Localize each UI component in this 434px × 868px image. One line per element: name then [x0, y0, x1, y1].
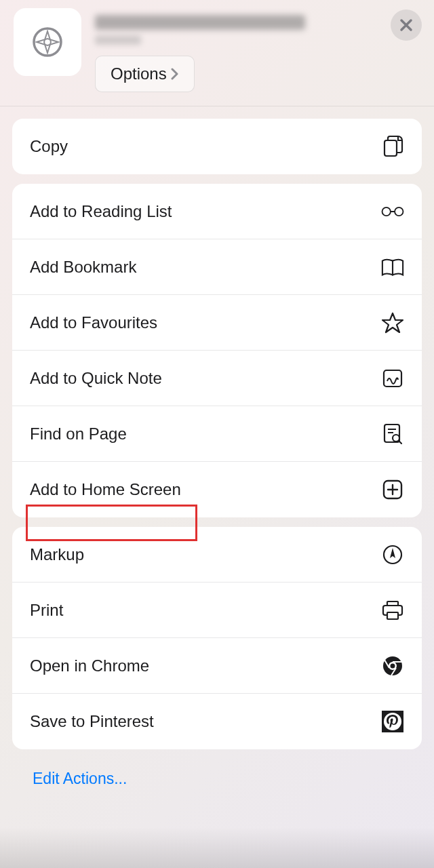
svg-point-3 [395, 207, 403, 215]
svg-point-2 [382, 207, 391, 215]
chrome-icon [381, 654, 404, 677]
star-icon [381, 311, 404, 334]
row-label: Open in Chrome [30, 658, 149, 674]
action-group-2: Add to Reading List Add Bookmark Add to … [12, 184, 422, 517]
edit-actions-button[interactable]: Edit Actions... [12, 759, 422, 799]
row-add-quick-note[interactable]: Add to Quick Note [12, 351, 422, 406]
row-save-pinterest[interactable]: Save to Pinterest [12, 694, 422, 749]
row-add-bookmark[interactable]: Add Bookmark [12, 239, 422, 295]
action-group-3: Markup Print Open in Chrome [12, 527, 422, 749]
row-add-home-screen[interactable]: Add to Home Screen [12, 462, 422, 517]
find-icon [381, 422, 404, 446]
print-icon [381, 599, 404, 622]
share-sheet-body: Copy Add to Reading List Add [0, 106, 434, 811]
svg-rect-1 [384, 140, 397, 156]
pinterest-icon [381, 710, 404, 733]
row-copy[interactable]: Copy [12, 119, 422, 174]
svg-line-10 [399, 441, 401, 443]
row-label: Find on Page [30, 426, 127, 442]
row-label: Print [30, 602, 63, 618]
close-icon [399, 18, 413, 32]
bottom-shadow [0, 827, 434, 868]
close-button[interactable] [391, 9, 422, 41]
glasses-icon [381, 200, 404, 223]
row-add-reading-list[interactable]: Add to Reading List [12, 184, 422, 239]
svg-point-20 [391, 663, 395, 668]
edit-actions-label: Edit Actions... [33, 770, 127, 787]
quicknote-icon [381, 367, 404, 390]
copy-icon [381, 135, 404, 158]
row-label: Markup [30, 547, 84, 563]
safari-app-icon [14, 8, 81, 76]
row-label: Add to Favourites [30, 315, 157, 331]
row-label: Copy [30, 138, 68, 155]
options-button[interactable]: Options [95, 56, 195, 92]
markup-icon [381, 543, 404, 566]
row-label: Add to Quick Note [30, 370, 162, 387]
chevron-right-icon [171, 68, 179, 80]
row-print[interactable]: Print [12, 583, 422, 638]
row-find-on-page[interactable]: Find on Page [12, 406, 422, 462]
row-label: Add to Reading List [30, 203, 172, 220]
svg-rect-17 [387, 612, 398, 619]
share-sheet-header: Options [0, 0, 434, 106]
row-label: Add Bookmark [30, 259, 136, 275]
options-label: Options [111, 64, 167, 83]
compass-icon [32, 26, 63, 58]
page-subtitle-blurred [95, 35, 141, 45]
row-markup[interactable]: Markup [12, 527, 422, 583]
book-icon [381, 256, 404, 279]
row-open-chrome[interactable]: Open in Chrome [12, 638, 422, 694]
action-group-1: Copy [12, 119, 422, 174]
row-add-favourites[interactable]: Add to Favourites [12, 295, 422, 351]
row-label: Save to Pinterest [30, 713, 154, 730]
plus-square-icon [381, 478, 404, 501]
page-title-blurred [95, 15, 305, 30]
row-label: Add to Home Screen [30, 481, 181, 498]
header-content: Options [95, 8, 420, 92]
